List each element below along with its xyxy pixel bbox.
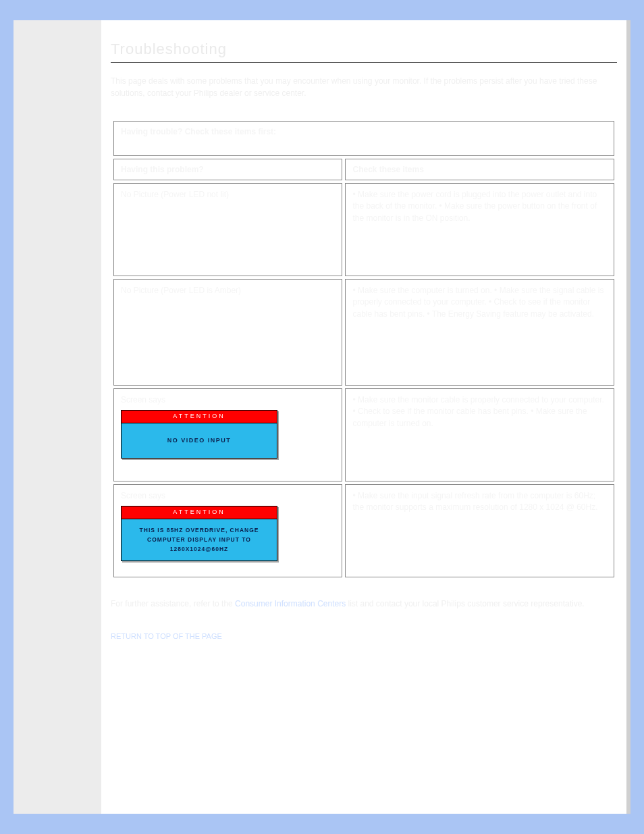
attention-box: ATTENTION THIS IS 85HZ OVERDRIVE, CHANGE… bbox=[121, 506, 277, 561]
problem-cell: Screen says ATTENTION THIS IS 85HZ OVERD… bbox=[113, 484, 342, 577]
page-title: Troubleshooting bbox=[111, 41, 617, 58]
content-area: Troubleshooting This page deals with som… bbox=[101, 20, 626, 814]
divider bbox=[111, 62, 617, 63]
troubleshooting-table: Having trouble? Check these items first:… bbox=[111, 118, 617, 580]
problem-cell: Screen says ATTENTION NO VIDEO INPUT bbox=[113, 388, 342, 481]
footer-link[interactable]: Consumer Information Centers bbox=[235, 599, 346, 608]
sidebar bbox=[14, 20, 101, 814]
attention-body: NO VIDEO INPUT bbox=[122, 423, 277, 457]
solution-cell: • Make sure the power cord is plugged in… bbox=[345, 183, 614, 276]
back-to-top-link[interactable]: RETURN TO TOP OF THE PAGE bbox=[111, 631, 617, 643]
table-row: No Picture (Power LED is Amber) • Make s… bbox=[113, 279, 614, 386]
table-banner: Having trouble? Check these items first: bbox=[113, 121, 614, 156]
solution-cell: • Make sure the monitor cable is properl… bbox=[345, 388, 614, 481]
column-header-solution: Check these items bbox=[345, 159, 614, 180]
table-row: Screen says ATTENTION THIS IS 85HZ OVERD… bbox=[113, 484, 614, 577]
footer-text-pre: For further assistance, refer to the bbox=[111, 599, 235, 608]
lead-paragraph: This page deals with some problems that … bbox=[111, 75, 617, 99]
attention-body: THIS IS 85HZ OVERDRIVE, CHANGE COMPUTER … bbox=[122, 519, 277, 561]
attention-header: ATTENTION bbox=[122, 506, 277, 519]
column-header-problem: Having this problem? bbox=[113, 159, 342, 180]
page-sheet: Troubleshooting This page deals with som… bbox=[14, 20, 630, 814]
attention-header: ATTENTION bbox=[122, 411, 277, 423]
table-row: No Picture (Power LED not lit) • Make su… bbox=[113, 183, 614, 276]
attention-box: ATTENTION NO VIDEO INPUT bbox=[121, 410, 277, 458]
table-row: Screen says ATTENTION NO VIDEO INPUT • M… bbox=[113, 388, 614, 481]
solution-cell: • Make sure the input signal refresh rat… bbox=[345, 484, 614, 577]
scrollbar[interactable] bbox=[626, 20, 630, 814]
problem-cell: No Picture (Power LED is Amber) bbox=[113, 279, 342, 386]
footer-text-post: list and contact your local Philips cust… bbox=[348, 599, 585, 608]
solution-cell: • Make sure the computer is turned on. •… bbox=[345, 279, 614, 386]
footer-note: For further assistance, refer to the Con… bbox=[111, 598, 617, 643]
problem-label: Screen says bbox=[121, 491, 165, 500]
problem-label: Screen says bbox=[121, 395, 165, 405]
problem-cell: No Picture (Power LED not lit) bbox=[113, 183, 342, 276]
